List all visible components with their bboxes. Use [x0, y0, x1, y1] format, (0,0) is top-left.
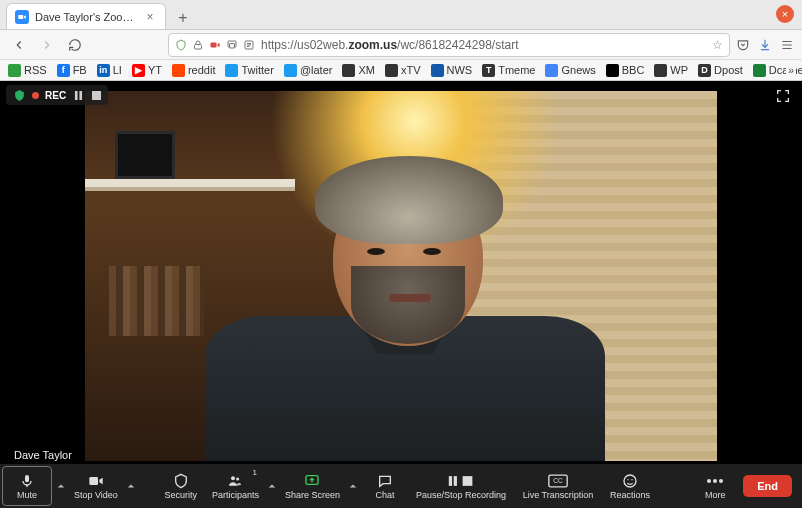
more-button[interactable]: More: [697, 464, 733, 508]
bookmark-favicon: [545, 64, 558, 77]
audio-options-chevron[interactable]: [54, 464, 68, 508]
window-close-button[interactable]: ×: [776, 5, 794, 23]
participant-name-tag: Dave Taylor: [8, 447, 78, 463]
bookmark-favicon: [606, 64, 619, 77]
bookmark-favicon: f: [57, 64, 70, 77]
bookmark-item[interactable]: xTV: [385, 64, 421, 77]
svg-point-23: [713, 479, 717, 483]
downloads-icon[interactable]: [758, 38, 772, 52]
browser-navbar: https://us02web.zoom.us/wc/86182424298/s…: [0, 30, 802, 60]
stop-video-button[interactable]: Stop Video: [68, 464, 124, 508]
back-button[interactable]: [8, 34, 30, 56]
microphone-icon: [19, 472, 35, 490]
recording-indicator: REC: [6, 85, 108, 105]
svg-point-21: [631, 479, 632, 480]
recording-dot-icon: [32, 92, 39, 99]
bookmark-item[interactable]: Twitter: [225, 64, 273, 77]
bookmark-label: YT: [148, 64, 162, 76]
bookmark-label: Gnews: [561, 64, 595, 76]
bookmark-item[interactable]: NWS: [431, 64, 473, 77]
bookmark-favicon: [8, 64, 21, 77]
bookmark-favicon: [172, 64, 185, 77]
bookmark-item[interactable]: XM: [342, 64, 375, 77]
bookmark-favicon: [753, 64, 766, 77]
bookmarks-overflow-icon[interactable]: »: [786, 64, 796, 76]
svg-rect-10: [89, 477, 98, 485]
bookmark-favicon: [385, 64, 398, 77]
share-screen-icon: [303, 472, 321, 490]
bookmark-item[interactable]: BBC: [606, 64, 645, 77]
svg-rect-2: [211, 42, 217, 47]
lock-icon: [192, 39, 204, 51]
share-screen-button[interactable]: Share Screen: [279, 464, 346, 508]
svg-text:CC: CC: [553, 478, 563, 485]
recording-pause-button[interactable]: [72, 89, 84, 101]
share-options-chevron[interactable]: [346, 464, 360, 508]
bookmark-label: xTV: [401, 64, 421, 76]
recording-label: REC: [45, 90, 66, 101]
record-button[interactable]: Pause/Stop Recording: [410, 464, 512, 508]
reactions-button[interactable]: Reactions: [604, 464, 656, 508]
bookmark-item[interactable]: WP: [654, 64, 688, 77]
participants-options-chevron[interactable]: [265, 464, 279, 508]
bookmark-item[interactable]: ▶YT: [132, 64, 162, 77]
bookmark-item[interactable]: RSS: [8, 64, 47, 77]
video-options-chevron[interactable]: [124, 464, 138, 508]
end-meeting-button[interactable]: End: [743, 475, 792, 497]
bookmark-favicon: ▶: [132, 64, 145, 77]
svg-rect-6: [75, 91, 78, 100]
bookmark-item[interactable]: TTmeme: [482, 64, 535, 77]
zoom-toolbar: Mute Stop Video Security 1 Participants …: [0, 464, 802, 508]
self-video[interactable]: [85, 91, 717, 461]
url-bar[interactable]: https://us02web.zoom.us/wc/86182424298/s…: [168, 33, 730, 57]
bookmark-label: WP: [670, 64, 688, 76]
smile-icon: [622, 472, 638, 490]
bookmark-item[interactable]: fFB: [57, 64, 87, 77]
tab-close-icon[interactable]: ×: [143, 10, 157, 24]
new-tab-button[interactable]: +: [172, 7, 194, 29]
bookmark-favicon: [654, 64, 667, 77]
menu-icon[interactable]: [780, 38, 794, 52]
bookmark-label: reddit: [188, 64, 216, 76]
svg-rect-1: [195, 44, 202, 49]
mute-button[interactable]: Mute: [2, 466, 52, 506]
svg-rect-8: [92, 91, 101, 100]
reader-icon: [243, 39, 255, 51]
participants-count: 1: [252, 468, 256, 477]
encryption-shield-icon[interactable]: [12, 88, 26, 102]
security-button[interactable]: Security: [156, 464, 206, 508]
bookmark-item[interactable]: reddit: [172, 64, 216, 77]
reload-button[interactable]: [64, 34, 86, 56]
svg-rect-9: [25, 475, 29, 482]
svg-rect-4: [230, 43, 235, 48]
svg-rect-15: [454, 476, 457, 486]
svg-point-20: [627, 479, 628, 480]
bookmark-star-icon[interactable]: ☆: [712, 38, 723, 52]
browser-tabstrip: Dave Taylor's Zoom Mee × + ×: [0, 0, 802, 30]
bookmark-item[interactable]: DDpost: [698, 64, 743, 77]
pocket-icon[interactable]: [736, 38, 750, 52]
live-transcription-button[interactable]: CC Live Transcription: [512, 464, 604, 508]
video-camera-icon: [87, 472, 105, 490]
site-identity[interactable]: [175, 39, 255, 51]
bookmark-item[interactable]: Gnews: [545, 64, 595, 77]
camera-permission-icon: [209, 39, 221, 51]
participants-button[interactable]: 1 Participants: [206, 464, 265, 508]
pause-stop-icon: [448, 472, 474, 490]
popup-icon: [226, 39, 238, 51]
recording-stop-button[interactable]: [90, 89, 102, 101]
bookmark-favicon: [284, 64, 297, 77]
chat-icon: [377, 472, 393, 490]
browser-tab-active[interactable]: Dave Taylor's Zoom Mee ×: [6, 3, 166, 29]
tab-title: Dave Taylor's Zoom Mee: [35, 11, 137, 23]
bookmark-label: Dpost: [714, 64, 743, 76]
bookmark-item[interactable]: @later: [284, 64, 333, 77]
forward-button[interactable]: [36, 34, 58, 56]
shield-icon: [173, 472, 189, 490]
closed-caption-icon: CC: [548, 472, 568, 490]
bookmark-label: RSS: [24, 64, 47, 76]
bookmark-favicon: in: [97, 64, 110, 77]
bookmark-item[interactable]: inLI: [97, 64, 122, 77]
fullscreen-button[interactable]: [774, 87, 792, 105]
chat-button[interactable]: Chat: [360, 464, 410, 508]
